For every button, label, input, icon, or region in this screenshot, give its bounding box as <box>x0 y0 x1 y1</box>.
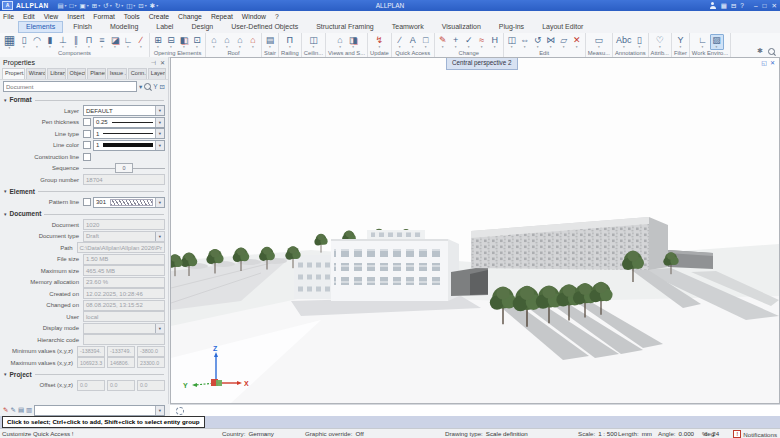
ribbon-tab-structural-framing[interactable]: Structural Framing <box>308 21 382 33</box>
menu-format[interactable]: Format <box>93 13 115 20</box>
app-logo-icon[interactable]: A <box>2 1 13 10</box>
panel-filter-icon[interactable]: Y <box>153 82 157 91</box>
modify-icon[interactable]: ✎▾ <box>437 35 449 49</box>
undo-icon[interactable]: ↺▾ <box>102 1 112 10</box>
column-icon[interactable]: ▮▾ <box>44 35 56 49</box>
panel-edit-box-icon[interactable]: ⊡ <box>160 82 165 91</box>
menu-insert[interactable]: Insert <box>67 13 84 20</box>
panel-close-icon[interactable]: ✕ <box>160 59 165 66</box>
pen-thickness-select[interactable]: 0.25▾ <box>93 117 165 128</box>
scale-icon[interactable]: ▱▾ <box>558 35 570 49</box>
plane-icon[interactable]: ∟▾ <box>697 35 709 49</box>
properties-tab-conn[interactable]: Conn... <box>128 68 147 79</box>
properties-tab-layers[interactable]: Layers <box>148 68 166 79</box>
viewport-close-icon[interactable]: ✕ <box>770 59 775 66</box>
pin-icon[interactable]: ⊣ <box>151 59 156 66</box>
offset-fields-1[interactable]: 0.0 <box>107 380 135 391</box>
match-parameters-icon[interactable]: ✎ <box>3 405 8 415</box>
dropdown-button[interactable]: ▾ <box>155 118 164 127</box>
stair-icon[interactable]: ▤▾ <box>264 35 276 49</box>
dropdown-button[interactable]: ▾ <box>155 141 164 150</box>
measure-icon[interactable]: ▭▾ <box>593 35 605 49</box>
maximum-values-fields-2[interactable]: 23300.0 <box>137 357 165 368</box>
ribbon-tab-visualization[interactable]: Visualization <box>434 21 489 33</box>
collapse-triangle-icon[interactable]: ▾ <box>4 371 7 377</box>
line-color-select[interactable]: 1▾ <box>93 140 165 151</box>
path-field[interactable]: C:\Data\Allplan\Allplan 2026\Pr <box>77 242 165 253</box>
dropdown-button[interactable]: ▾ <box>155 106 164 115</box>
changed-on-field[interactable]: 08.08.2025, 13:15:52 <box>83 300 165 311</box>
tools-icon[interactable]: ✱▾ <box>149 1 159 10</box>
roof-modify-icon[interactable]: ⌂▾ <box>247 35 259 49</box>
menu-view[interactable]: View <box>44 13 59 20</box>
component-catalog-icon[interactable]: ▦▾ <box>2 34 17 50</box>
window-icon[interactable]: ⊞▾ <box>152 35 164 49</box>
ribbon-tab-user-defined-objects[interactable]: User-Defined Objects <box>223 21 306 33</box>
dropdown-button[interactable]: ▾ <box>155 129 164 138</box>
foundation-icon[interactable]: ⊥▾ <box>57 35 69 49</box>
ceiling-icon[interactable]: ◫▾ <box>307 35 319 49</box>
menu-edit[interactable]: Edit <box>23 13 35 20</box>
text-icon[interactable]: A▾ <box>407 35 419 49</box>
menu-tools[interactable]: Tools <box>124 13 140 20</box>
maximum-values-fields-1[interactable]: 146806. <box>107 357 135 368</box>
window-sill-icon[interactable]: ⊟▾ <box>165 35 177 49</box>
menu-window[interactable]: Window <box>242 13 266 20</box>
section-header-format[interactable]: ▾Format <box>0 94 168 105</box>
attributes-icon[interactable]: ♡▾ <box>654 35 666 49</box>
pattern-line-select-checkbox[interactable] <box>83 198 91 206</box>
user-field[interactable]: local <box>83 311 165 322</box>
insulation-icon[interactable]: ∕▾ <box>135 35 147 49</box>
smart-opening-icon[interactable]: ⊡▾ <box>191 35 203 49</box>
filter-icon[interactable]: Y▾ <box>674 35 686 49</box>
collapse-triangle-icon[interactable]: ▾ <box>4 97 7 103</box>
document-type-select[interactable]: Draft▾ <box>83 231 165 242</box>
menu-repeat[interactable]: Repeat <box>211 13 233 20</box>
ribbon-tab-finish[interactable]: Finish <box>65 21 100 33</box>
delete-icon[interactable]: ✕▾ <box>571 35 583 49</box>
ribbon-tab-label[interactable]: Label <box>148 21 181 33</box>
door-icon[interactable]: ◧▾ <box>178 35 190 49</box>
slab-icon[interactable]: ≡▾ <box>96 35 108 49</box>
recess-icon[interactable]: ∟▾ <box>122 35 134 49</box>
view-icon[interactable]: ⌂▾ <box>334 35 346 49</box>
hierarchic-code-field[interactable] <box>83 334 165 345</box>
curved-wall-icon[interactable]: ◠▾ <box>31 35 43 49</box>
abc-text-icon[interactable]: Abc▾ <box>615 35 632 49</box>
rotate-icon[interactable]: ↺▾ <box>532 35 544 49</box>
label-icon[interactable]: ▯▾ <box>633 35 645 49</box>
line-type-select[interactable]: 1▾ <box>93 128 165 139</box>
redo-icon[interactable]: ↻▾ <box>114 1 124 10</box>
section-icon[interactable]: ◨▾ <box>347 35 359 49</box>
draw-line-icon[interactable]: ∕▾ <box>394 35 406 49</box>
3d-scene[interactable]: Z X Y <box>171 58 779 403</box>
dormer-icon[interactable]: ⌂▾ <box>234 35 246 49</box>
hatch-icon[interactable]: H▾ <box>489 35 501 49</box>
user-account-icon[interactable] <box>709 2 717 10</box>
update-3d-icon[interactable]: ↯▾ <box>373 35 385 49</box>
properties-favorite-combobox[interactable]: ▾ <box>34 405 165 416</box>
transfer-parameters-icon[interactable]: ✎ <box>10 405 15 415</box>
view-windows-icon[interactable]: ⊡▾ <box>137 1 147 10</box>
section-header-element[interactable]: ▾Element <box>0 186 168 197</box>
clipboard-icon[interactable]: ◫▾ <box>125 1 136 10</box>
line-type-select-checkbox[interactable] <box>83 130 91 138</box>
new-document-icon[interactable]: □▾ <box>69 1 78 10</box>
help-icon[interactable]: ? <box>740 1 744 10</box>
maximum-size-field[interactable]: 465.45 MB <box>83 265 165 276</box>
layer-select[interactable]: DEFAULT▾ <box>83 105 165 116</box>
wall-opening-icon[interactable]: ◪▾ <box>109 35 121 49</box>
wall-icon[interactable]: ▯▾ <box>18 35 30 49</box>
close-button[interactable]: ✕ <box>772 1 777 10</box>
collapse-triangle-icon[interactable]: ▾ <box>4 188 7 194</box>
properties-tab-objects[interactable]: Objects <box>67 68 87 79</box>
maximum-values-fields-0[interactable]: 106923.3 <box>77 357 105 368</box>
ribbon-tab-elements[interactable]: Elements <box>18 21 63 33</box>
minimum-values-fields-1[interactable]: -133749. <box>107 346 135 357</box>
collapse-triangle-icon[interactable]: ▾ <box>4 211 7 217</box>
mirror-icon[interactable]: ⋈▾ <box>545 35 557 49</box>
properties-tab-issue[interactable]: Issue ... <box>107 68 127 79</box>
document-field[interactable]: 1020 <box>83 219 165 230</box>
stretch-icon[interactable]: +▾ <box>450 35 462 49</box>
panel-search-icon[interactable] <box>144 83 151 90</box>
